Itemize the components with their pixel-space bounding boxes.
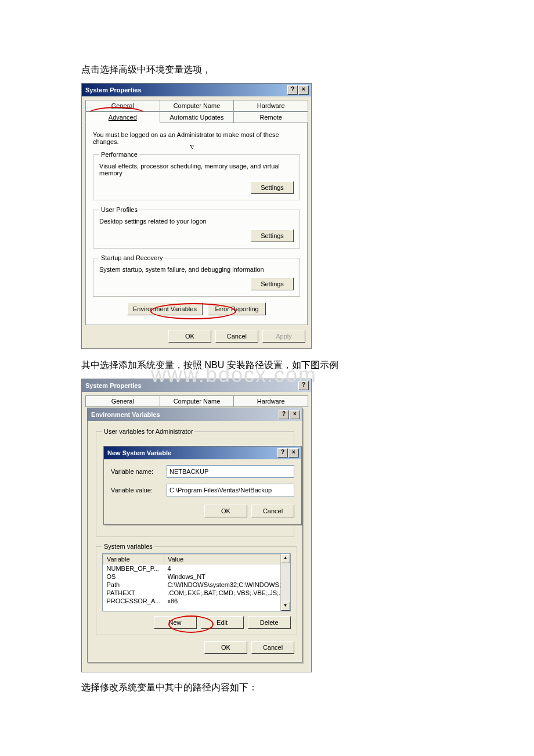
ok-button[interactable]: OK xyxy=(168,330,211,343)
nsv-ok-button[interactable]: OK xyxy=(204,505,247,517)
startup-recovery-group: Startup and Recovery System startup, sys… xyxy=(93,254,300,297)
variable-value-input[interactable] xyxy=(167,484,294,496)
dialog-title: System Properties xyxy=(84,87,142,93)
instruction-3: 选择修改系统变量中其中的路径内容如下： xyxy=(81,682,453,694)
edit-button[interactable]: Edit xyxy=(201,616,244,629)
intro-text: You must be logged on as an Administrato… xyxy=(93,131,300,145)
help-icon[interactable]: ? xyxy=(279,410,289,419)
startup-recovery-desc: System startup, system failure, and debu… xyxy=(99,266,294,273)
env-cancel-button[interactable]: Cancel xyxy=(251,641,294,654)
dialog-footer: OK Cancel Apply xyxy=(82,325,311,348)
table-row[interactable]: NUMBER_OF_P...4 xyxy=(103,564,290,573)
performance-desc: Visual effects, processor scheduling, me… xyxy=(99,163,294,177)
tab-computer-name[interactable]: Computer Name xyxy=(160,100,234,111)
env-titlebar: Environment Variables ? × xyxy=(88,408,302,421)
environment-variables-button[interactable]: Environment Variables xyxy=(127,303,203,315)
user-variables-legend: User variables for Administrator xyxy=(102,428,194,435)
tab-general[interactable]: General xyxy=(85,100,160,111)
performance-legend: Performance xyxy=(99,151,139,158)
scroll-down-icon[interactable]: ▼ xyxy=(281,602,290,611)
env-title: Environment Variables xyxy=(90,411,160,418)
tab-general-back[interactable]: General xyxy=(85,395,160,407)
table-row[interactable]: OSWindows_NT xyxy=(103,573,290,581)
help-icon[interactable]: ? xyxy=(287,85,298,95)
tab-computer-name-back[interactable]: Computer Name xyxy=(160,395,234,407)
tab-hardware[interactable]: Hardware xyxy=(233,100,308,111)
dialog-title-back: System Properties xyxy=(84,382,142,389)
tab-automatic-updates[interactable]: Automatic Updates xyxy=(160,111,234,123)
startup-recovery-legend: Startup and Recovery xyxy=(99,254,164,261)
table-row[interactable]: PathC:\WINDOWS\system32;C:\WINDOWS;... xyxy=(103,581,290,589)
startup-recovery-settings-button[interactable]: Settings xyxy=(251,278,294,290)
variable-value-label: Variable value: xyxy=(111,487,167,494)
system-variables-list[interactable]: Variable Value NUMBER_OF_P...4 OSWindows… xyxy=(102,553,291,611)
help-icon[interactable]: ? xyxy=(298,381,309,390)
tab-advanced[interactable]: Advanced xyxy=(85,111,160,123)
titlebar-inactive: System Properties ? xyxy=(82,379,311,392)
scrollbar[interactable]: ▲ ▼ xyxy=(280,554,290,611)
tab-body: You must be logged on as an Administrato… xyxy=(85,123,308,325)
new-system-variable-dialog: New System Variable ? × Variable name: V… xyxy=(103,446,302,525)
instruction-2: 其中选择添加系统变量，按照 NBU 安装路径设置，如下图示例 xyxy=(81,359,453,372)
env-ok-button[interactable]: OK xyxy=(204,641,247,654)
close-icon[interactable]: × xyxy=(298,85,309,95)
close-icon[interactable]: × xyxy=(288,448,299,458)
apply-button[interactable]: Apply xyxy=(262,330,305,343)
nsv-cancel-button[interactable]: Cancel xyxy=(251,505,294,517)
nsv-titlebar: New System Variable ? × xyxy=(104,447,301,459)
delete-button[interactable]: Delete xyxy=(248,616,291,629)
user-profiles-legend: User Profiles xyxy=(99,206,139,213)
scroll-up-icon[interactable]: ▲ xyxy=(281,554,290,563)
col-value[interactable]: Value xyxy=(164,555,290,564)
close-icon[interactable]: × xyxy=(290,410,300,419)
performance-settings-button[interactable]: Settings xyxy=(251,181,294,194)
variable-name-label: Variable name: xyxy=(111,468,167,475)
help-icon[interactable]: ? xyxy=(277,448,288,458)
system-variables-legend: System variables xyxy=(102,543,154,550)
tab-remote[interactable]: Remote xyxy=(233,111,308,123)
error-reporting-button[interactable]: Error Reporting xyxy=(208,303,266,315)
system-variables-group: System variables Variable Value NUMBER_O… xyxy=(96,543,297,635)
table-row[interactable]: PROCESSOR_A...x86 xyxy=(103,597,290,605)
instruction-1: 点击选择高级中环境变量选项， xyxy=(81,64,453,76)
cancel-button[interactable]: Cancel xyxy=(215,330,258,343)
new-button[interactable]: New xyxy=(154,616,197,629)
user-profiles-settings-button[interactable]: Settings xyxy=(251,229,294,242)
performance-group: Performance Visual effects, processor sc… xyxy=(93,151,300,200)
table-row[interactable]: PATHEXT.COM;.EXE;.BAT;.CMD;.VBS;.VBE;.JS… xyxy=(103,589,290,597)
tab-hardware-back[interactable]: Hardware xyxy=(233,395,308,407)
user-profiles-group: User Profiles Desktop settings related t… xyxy=(93,206,300,249)
titlebar: System Properties ? × xyxy=(82,84,311,96)
nsv-title: New System Variable xyxy=(106,449,171,456)
col-variable[interactable]: Variable xyxy=(103,555,164,564)
system-properties-dialog: System Properties ? × General Computer N… xyxy=(81,83,312,349)
variable-name-input[interactable] xyxy=(167,465,294,478)
user-profiles-desc: Desktop settings related to your logon xyxy=(99,218,294,225)
